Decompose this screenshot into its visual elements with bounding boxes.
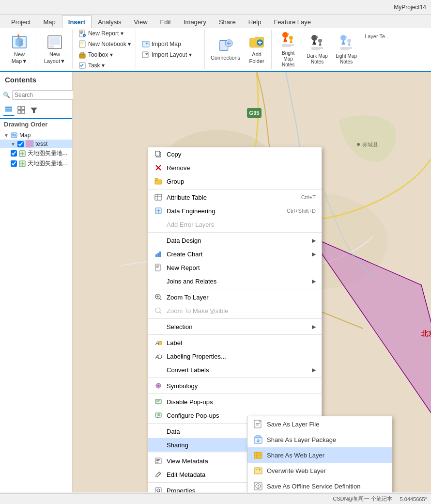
contents-header: Contents [0, 72, 72, 88]
layer-item-tesst[interactable]: ▼ tesst [0, 140, 72, 148]
list-view-tool[interactable] [3, 104, 15, 116]
menu-item-copy[interactable]: Copy [148, 147, 322, 161]
add-folder-button[interactable]: AddFolder [244, 30, 269, 69]
zoom-visible-icon [154, 306, 163, 315]
sidebar-toolbar [0, 102, 72, 119]
new-notebook-button[interactable]: New Notebook ▾ [77, 39, 133, 49]
table-view-tool[interactable] [15, 104, 27, 116]
tab-analysis[interactable]: Analysis [92, 16, 127, 28]
svg-marker-45 [319, 42, 322, 46]
submenu-item-overwrite-web-layer[interactable]: Overwrite Web Layer [247, 463, 392, 478]
create-chart-arrow: ▶ [312, 251, 316, 257]
menu-item-create-chart[interactable]: Create Chart ▶ [148, 247, 322, 261]
tab-view[interactable]: View [128, 16, 154, 28]
filter-tool[interactable] [28, 104, 40, 116]
svg-point-36 [289, 36, 293, 40]
edit-metadata-icon [154, 470, 163, 479]
menu-item-new-report[interactable]: New Report [148, 261, 322, 274]
import-layout-label: Import Layout ▾ [152, 51, 192, 58]
tab-map[interactable]: Map [37, 16, 62, 28]
svg-rect-22 [142, 41, 149, 47]
menu-item-selection[interactable]: Selection ▶ [148, 320, 322, 333]
svg-text:北京市: 北京市 [421, 330, 431, 337]
data-engineering-label: Data Engineering [167, 207, 283, 215]
sharing-icon [154, 441, 163, 449]
connections-button[interactable]: Connections [208, 30, 243, 69]
import-layout-button[interactable]: Import Layout ▾ [140, 50, 201, 60]
tab-project[interactable]: Project [5, 16, 37, 28]
toolbox-button[interactable]: Toolbox ▾ [77, 50, 133, 60]
tab-share[interactable]: Share [213, 16, 242, 28]
svg-rect-18 [80, 44, 83, 44]
task-button[interactable]: Task ▾ [77, 61, 133, 70]
copy-label: Copy [167, 151, 316, 158]
menu-item-joins[interactable]: Joins and Relates ▶ [148, 274, 322, 288]
menu-item-labeling-properties[interactable]: A Labeling Properties... [148, 349, 322, 363]
new-layout-button[interactable]: NewLayout▼ [41, 31, 68, 68]
layer-item-tianditu1[interactable]: 天地图矢量地... [0, 148, 72, 158]
menu-item-remove[interactable]: Remove [148, 161, 322, 174]
separator-1 [148, 189, 322, 189]
attribute-table-shortcut: Ctrl+T [301, 194, 316, 200]
layer-item-map[interactable]: ▼ Map [0, 131, 72, 140]
separator-7 [148, 394, 322, 394]
separator-2 [148, 232, 322, 233]
ribbon-content: NewMap▼ NewLayout▼ [0, 28, 431, 72]
add-folder-label: AddFolder [249, 51, 264, 64]
menu-item-attribute-table[interactable]: Attribute Table Ctrl+T [148, 190, 322, 204]
label-icon: A [154, 338, 163, 347]
convert-labels-arrow: ▶ [312, 367, 316, 373]
attribute-table-label: Attribute Table [167, 194, 297, 201]
submenu-item-save-offline[interactable]: Save As Offline Service Definition [247, 478, 392, 492]
zoom-visible-label: Zoom To Make Visible [167, 307, 316, 315]
share-web-layer-icon [253, 450, 263, 460]
svg-point-52 [347, 39, 351, 43]
tab-feature-layer[interactable]: Feature Laye [267, 16, 317, 28]
bright-map-notes-button[interactable]: Bright Map Notes [275, 32, 302, 67]
sidebar-search-area: 🔍 [0, 88, 72, 102]
overwrite-web-layer-label: Overwrite Web Layer [267, 467, 326, 474]
svg-text:G95: G95 [249, 110, 260, 116]
tab-insert[interactable]: Insert [62, 16, 92, 28]
layer-tree: ▼ Map ▼ tesst [0, 130, 72, 170]
menu-item-zoom-to-layer[interactable]: Zoom To Layer [148, 290, 322, 304]
tab-edit[interactable]: Edit [154, 16, 177, 28]
map-layer-icon [11, 132, 17, 139]
menu-item-label[interactable]: A Label [148, 336, 322, 349]
connections-label: Connections [211, 55, 240, 61]
data-engineering-shortcut: Ctrl+Shift+D [287, 208, 316, 214]
dark-map-notes-button[interactable]: Dark Map Notes [304, 32, 331, 67]
menu-item-group[interactable]: Group [148, 174, 322, 188]
new-map-button[interactable]: NewMap▼ [7, 31, 32, 68]
tab-imagery[interactable]: Imagery [177, 16, 213, 28]
submenu-item-share-web-layer[interactable]: Share As Web Layer [247, 447, 392, 463]
import-map-button[interactable]: Import Map [140, 39, 201, 49]
new-report-button[interactable]: + New Report ▾ [77, 29, 133, 38]
layer-item-tianditu2[interactable]: 天地图矢量地... [0, 158, 72, 169]
tianditu2-icon [19, 160, 26, 167]
menu-item-symbology[interactable]: Symbology [148, 379, 322, 393]
bright-map-notes-label: Bright Map Notes [277, 50, 300, 68]
add-error-layers-label: Add Error Layers [167, 221, 316, 228]
submenu-item-share-layer-package[interactable]: Share As Layer Package [247, 432, 392, 447]
main-area: Contents 🔍 [0, 72, 431, 492]
symbology-icon [154, 381, 163, 390]
menu-item-convert-labels[interactable]: Convert Labels ▶ [148, 363, 322, 377]
menu-item-data-engineering[interactable]: Data Engineering Ctrl+Shift+D [148, 204, 322, 218]
tianditu1-checkbox[interactable] [11, 150, 17, 157]
tianditu1-name: 天地图矢量地... [28, 149, 67, 158]
separator-4 [148, 318, 322, 319]
svg-line-111 [160, 312, 161, 314]
joins-arrow: ▶ [312, 278, 316, 284]
svg-point-125 [157, 413, 160, 416]
tianditu2-checkbox[interactable] [11, 160, 17, 167]
tesst-checkbox[interactable] [17, 141, 24, 147]
tab-help[interactable]: Help [242, 16, 268, 28]
light-map-notes-button[interactable]: Light Map Notes [333, 32, 360, 67]
menu-item-data-design[interactable]: Data Design ▶ [148, 234, 322, 247]
submenu-item-save-layer-file[interactable]: Save As Layer File [247, 416, 392, 432]
menu-item-disable-popups[interactable]: Disable Pop-ups [148, 395, 322, 409]
svg-line-107 [160, 299, 161, 300]
new-report-menu-label: New Report [167, 264, 316, 271]
task-icon [78, 62, 86, 69]
